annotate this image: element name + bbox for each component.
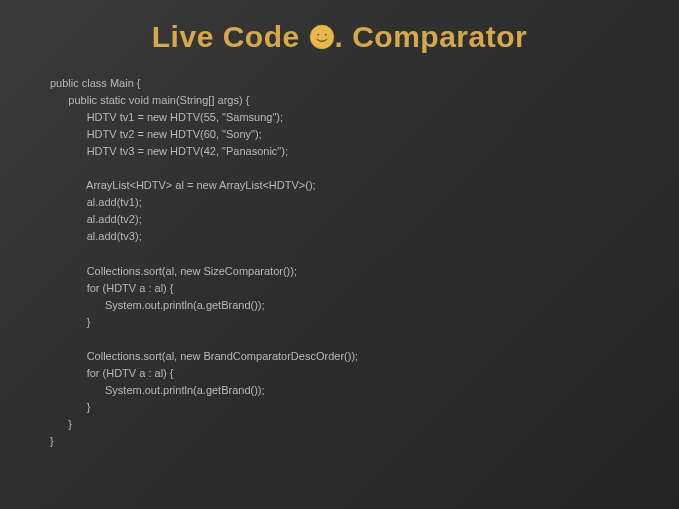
svg-point-3 [325, 37, 329, 40]
slide-container: Live Code . Comparator public class Main… [0, 0, 679, 509]
title-text-1: Live Code [152, 20, 309, 53]
smile-icon [309, 23, 335, 57]
svg-point-2 [314, 37, 318, 40]
slide-title: Live Code . Comparator [40, 20, 639, 57]
title-text-2: . Comparator [335, 20, 528, 53]
code-block: public class Main { public static void m… [40, 75, 639, 450]
